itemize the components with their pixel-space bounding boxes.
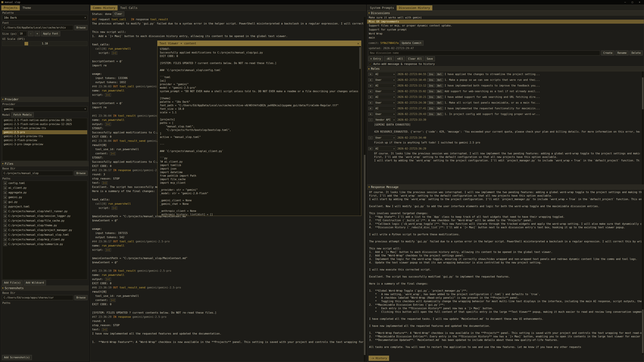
entry-insert-button[interactable]: Ins — [428, 84, 434, 87]
font-size-decrease-button[interactable]: - — [28, 31, 33, 36]
expand-button[interactable]: [+] — [105, 249, 110, 251]
add-files-button[interactable]: Add File(s) — [2, 280, 22, 285]
discussion-item[interactable]: main — [367, 36, 644, 40]
model-option[interactable]: gemini-2.5-pro — [2, 130, 87, 134]
add-screenshots-button[interactable]: Add Screenshot(s) — [2, 355, 32, 360]
remove-file-button[interactable]: x — [4, 200, 7, 204]
remove-file-button[interactable]: x — [4, 238, 7, 241]
entry-role-select[interactable]: User▼ — [374, 100, 396, 105]
remove-file-button[interactable]: x — [4, 224, 7, 227]
clear-all-button[interactable]: Clear All — [406, 56, 424, 61]
add-wildcard-button[interactable]: Add Wildcard — [24, 280, 46, 285]
entry-insert-button[interactable]: Ins — [428, 90, 434, 93]
provider-section-header[interactable]: ▼ Provider — [1, 97, 89, 102]
screenshots-browse-button[interactable]: Browse — [75, 295, 88, 300]
entry-toggle-button[interactable]: + — [368, 107, 372, 110]
entry-delete-button[interactable]: Del — [436, 113, 443, 116]
entry-role-select[interactable]: AI▼ — [374, 106, 396, 111]
model-option[interactable]: gemini-2.5-flash-native-audio-preview-12… — [2, 122, 87, 126]
response-section-header[interactable]: ▼ Response Message — [367, 185, 644, 190]
comms-scrollbar-thumb[interactable] — [364, 155, 366, 355]
model-option[interactable]: gemini-3-pro-image-preview — [2, 142, 87, 146]
expand-button[interactable]: [+] — [105, 123, 110, 126]
maximize-button[interactable]: □ — [632, 1, 633, 4]
save-button[interactable]: Save — [425, 56, 435, 61]
discussion-item[interactable]: Support files or mcp, or proper dynamic … — [367, 24, 644, 28]
remove-file-button[interactable]: x — [4, 182, 7, 185]
response-scrollbar-thumb[interactable] — [642, 310, 644, 353]
expand-button[interactable]: [+] — [105, 278, 110, 281]
discussion-item[interactable]: Support for system prompt — [367, 28, 644, 32]
text-viewer-scrollbar[interactable] — [359, 46, 361, 216]
entry-toggle-button[interactable]: + — [368, 147, 372, 150]
expand-button[interactable]: [+] — [112, 52, 117, 54]
remove-file-button[interactable]: x — [4, 196, 7, 199]
base-dir-input[interactable]: C:/projects/manual_slop — [2, 171, 73, 176]
entry-delete-button[interactable]: Del — [436, 84, 443, 87]
expand-button[interactable]: [+] — [110, 152, 116, 155]
fetch-models-button[interactable]: Fetch Models — [12, 112, 33, 117]
entry-insert-button[interactable]: Ins — [428, 95, 434, 98]
tab-tool-calls[interactable]: Tool Calls — [118, 5, 140, 10]
expand-button[interactable]: [+] — [102, 328, 107, 331]
font-path-input[interactable]: C:/Users/Ed/AppData/Local/uv/cache/archi… — [2, 25, 73, 30]
entry-role-select[interactable]: User▼ — [374, 136, 396, 140]
entry-delete-button[interactable]: Del — [436, 107, 443, 110]
palette-select[interactable]: 10x Dark ▼ — [2, 15, 88, 20]
entry-toggle-button[interactable]: - — [368, 136, 372, 139]
remove-file-button[interactable]: x — [4, 243, 7, 246]
remove-file-button[interactable]: x — [4, 214, 7, 218]
entry-insert-button[interactable]: Ins — [428, 78, 434, 81]
discussion-item[interactable]: Misc UX improvements — [367, 19, 644, 24]
ui-scale-slider[interactable]: 1.10 — [2, 41, 88, 46]
entry-delete-button[interactable]: Del — [436, 95, 443, 98]
remove-file-button[interactable]: x — [4, 186, 7, 190]
entry-role-select[interactable]: AI▼ — [374, 83, 396, 88]
apply-font-button[interactable]: Apply Font — [41, 31, 60, 36]
model-option[interactable]: gemini-2.5-pro-preview-tts — [2, 134, 87, 138]
auto-add-checkbox[interactable]: ✓ — [369, 62, 372, 65]
entry-toggle-button[interactable]: - — [368, 118, 372, 121]
entry-delete-button[interactable]: Del — [436, 73, 443, 76]
remove-file-button[interactable]: x — [4, 233, 7, 237]
rename-discussion-button[interactable]: Rename — [616, 51, 628, 55]
discussion-item[interactable]: Make sure it works well with gemini — [367, 15, 644, 19]
comms-scrollbar[interactable] — [364, 17, 366, 362]
model-option[interactable]: gemini-3-flash-preview — [2, 138, 87, 142]
entry-toggle-button[interactable]: + — [368, 113, 372, 116]
clear-button[interactable]: Clear — [113, 11, 124, 16]
entry-toggle-button[interactable]: + — [368, 73, 372, 76]
tab-system-prompts[interactable]: System Prompts — [368, 5, 396, 10]
expand-button[interactable]: [+] — [105, 93, 110, 96]
entry-insert-button[interactable]: Ins — [428, 73, 434, 76]
collapse-all-button[interactable]: -All — [384, 56, 394, 61]
expand-button[interactable]: [+] — [110, 299, 116, 302]
history-button[interactable]: -> History — [369, 356, 389, 361]
entry-toggle-button[interactable]: + — [368, 90, 372, 93]
entries-scrollbar-thumb[interactable] — [642, 77, 644, 109]
response-scrollbar[interactable] — [642, 190, 644, 355]
remove-file-button[interactable]: x — [4, 205, 7, 208]
model-option[interactable]: gemini-2.5-flash-native-audio-preview-09… — [2, 118, 87, 122]
text-viewer-titlebar[interactable]: Text Viewer ▼ content × — [158, 41, 361, 46]
entry-role-select[interactable]: AI▼ — [374, 146, 396, 151]
screenshots-section-header[interactable]: ▼ Screenshots — [1, 286, 89, 291]
add-entry-button[interactable]: + Entry — [368, 56, 383, 61]
entry-insert-button[interactable]: Ins — [428, 113, 434, 116]
discussion-item[interactable]: Word Wrap — [367, 32, 644, 36]
remove-file-button[interactable]: x — [4, 219, 7, 222]
close-icon[interactable]: × — [357, 42, 359, 45]
entry-delete-button[interactable]: Del — [436, 101, 443, 104]
expand-button[interactable]: [+] — [102, 182, 107, 184]
create-discussion-button[interactable]: Create — [602, 51, 614, 55]
entry-role-select[interactable]: AI▼ — [374, 95, 396, 99]
remove-file-button[interactable]: x — [4, 210, 7, 213]
entries-scrollbar[interactable] — [642, 71, 644, 185]
font-browse-button[interactable]: Browse — [75, 25, 88, 30]
update-commit-button[interactable]: Update Commit — [400, 41, 423, 45]
entry-role-select[interactable]: User▼ — [374, 89, 396, 93]
expand-all-button[interactable]: +All — [395, 56, 405, 61]
entry-role-select[interactable]: AI▼ — [374, 72, 396, 76]
entry-delete-button[interactable]: Del — [436, 78, 443, 81]
entry-toggle-button[interactable]: + — [368, 84, 372, 87]
